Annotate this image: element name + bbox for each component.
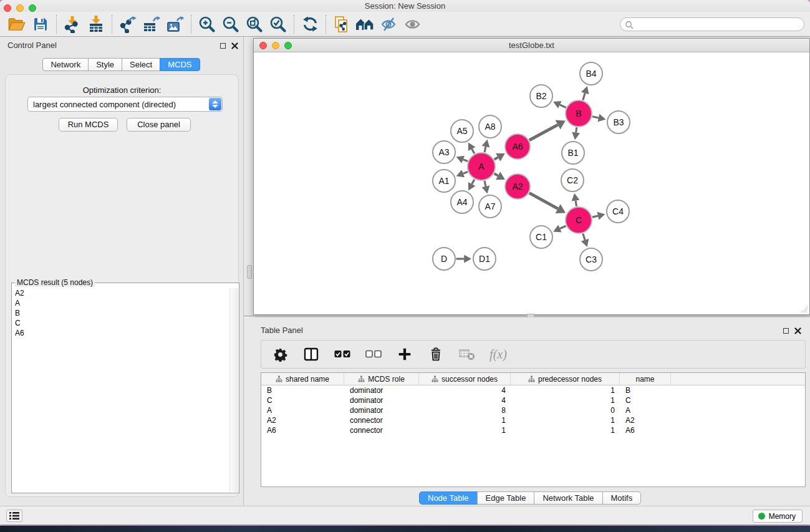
- zoom-in-button[interactable]: [195, 14, 219, 35]
- export-image-button[interactable]: [163, 14, 187, 35]
- add-column-button[interactable]: [396, 346, 413, 363]
- table-row[interactable]: Bdominator41B: [261, 385, 805, 395]
- eye-button[interactable]: [401, 14, 425, 35]
- column-header-predecessor-nodes[interactable]: predecessor nodes: [511, 373, 620, 385]
- resize-grip-icon[interactable]: [800, 305, 808, 313]
- zoom-selected-button[interactable]: [266, 14, 290, 35]
- graph-node-C2[interactable]: C2: [561, 169, 584, 191]
- graph-edge[interactable]: [463, 160, 468, 162]
- network-graph[interactable]: B4B2BB3A8A5A6A3B1AC2A1A2A4A7C4CC1DD1C3: [254, 52, 809, 314]
- graph-node-B2[interactable]: B2: [530, 85, 552, 107]
- gear-button[interactable]: [271, 346, 289, 363]
- home-panels-button[interactable]: [354, 14, 377, 35]
- graph-edge[interactable]: [560, 226, 566, 228]
- search-input[interactable]: [635, 19, 799, 30]
- tab-select[interactable]: Select: [122, 58, 160, 71]
- delete-column-button[interactable]: [427, 346, 445, 363]
- graph-node-A5[interactable]: A5: [451, 120, 473, 142]
- function-builder-button[interactable]: f(x): [489, 346, 507, 363]
- graph-edge[interactable]: [494, 157, 498, 159]
- table-row[interactable]: Adominator80A: [261, 405, 805, 415]
- delete-table-button[interactable]: [458, 346, 476, 363]
- mcds-result-item[interactable]: B: [12, 308, 229, 318]
- graph-edge[interactable]: [583, 233, 585, 239]
- run-mcds-button[interactable]: Run MCDS: [59, 118, 118, 132]
- graph-node-C4[interactable]: C4: [607, 200, 629, 223]
- graph-node-C3[interactable]: C3: [580, 248, 602, 271]
- column-header-shared-name[interactable]: shared name: [261, 373, 344, 385]
- graph-edge[interactable]: [560, 105, 566, 108]
- mcds-result-item[interactable]: A2: [12, 288, 229, 298]
- columns-button[interactable]: [302, 346, 320, 363]
- graph-edge[interactable]: [463, 172, 468, 173]
- tab-node-table[interactable]: Node Table: [419, 491, 478, 505]
- graph-node-A3[interactable]: A3: [433, 141, 455, 163]
- table-row[interactable]: A2connector11A2: [261, 415, 805, 425]
- graph-edge[interactable]: [576, 200, 576, 206]
- tab-edge-table[interactable]: Edge Table: [477, 491, 535, 505]
- graph-edge[interactable]: [494, 173, 498, 175]
- close-panel-icon[interactable]: [231, 42, 238, 49]
- table-row[interactable]: A6connector11A6: [261, 425, 805, 435]
- graph-node-A6[interactable]: A6: [505, 134, 530, 159]
- graph-node-B4[interactable]: B4: [580, 62, 602, 85]
- column-header-name[interactable]: name: [620, 373, 671, 385]
- graph-node-B[interactable]: B: [566, 100, 592, 127]
- import-network-button[interactable]: [60, 14, 84, 35]
- task-history-button[interactable]: [6, 510, 22, 522]
- float-table-panel-icon[interactable]: [783, 328, 789, 334]
- select-all-button[interactable]: [334, 346, 351, 363]
- mcds-result-item[interactable]: A: [12, 298, 229, 308]
- tab-network-table[interactable]: Network Table: [534, 491, 602, 505]
- column-header-mcds-role[interactable]: MCDS role: [344, 373, 419, 385]
- mcds-result-item[interactable]: A6: [12, 328, 229, 338]
- graph-node-A4[interactable]: A4: [451, 191, 473, 213]
- save-session-button[interactable]: [29, 14, 52, 35]
- tab-style[interactable]: Style: [88, 58, 122, 71]
- clone-network-button[interactable]: [330, 14, 354, 35]
- eye-slash-button[interactable]: [377, 14, 401, 35]
- close-panel-button[interactable]: Close panel: [127, 118, 191, 132]
- graph-node-C1[interactable]: C1: [530, 226, 552, 248]
- graph-node-B1[interactable]: B1: [562, 142, 584, 164]
- graph-edge[interactable]: [576, 127, 577, 132]
- mcds-result-item[interactable]: C: [12, 318, 229, 328]
- graph-node-C[interactable]: C: [566, 207, 592, 233]
- table-row[interactable]: Cdominator41C: [261, 395, 805, 405]
- float-panel-icon[interactable]: [220, 43, 226, 49]
- graph-node-A[interactable]: A: [468, 153, 495, 180]
- export-table-button[interactable]: [140, 14, 163, 35]
- graph-edge[interactable]: [529, 193, 558, 208]
- graph-node-B3[interactable]: B3: [607, 111, 630, 133]
- graph-edge[interactable]: [472, 149, 475, 154]
- deselect-all-button[interactable]: [365, 346, 382, 363]
- mcds-result-scrollbar[interactable]: [229, 288, 238, 492]
- export-network-button[interactable]: [116, 14, 140, 35]
- close-table-panel-icon[interactable]: [794, 327, 801, 334]
- graph-edge[interactable]: [583, 93, 585, 100]
- import-table-button[interactable]: [84, 14, 108, 35]
- graph-edge[interactable]: [592, 117, 599, 118]
- tab-motifs[interactable]: Motifs: [602, 491, 642, 505]
- refresh-button[interactable]: [298, 14, 322, 35]
- graph-node-A8[interactable]: A8: [479, 115, 501, 138]
- graph-edge[interactable]: [472, 180, 475, 185]
- graph-node-A2[interactable]: A2: [505, 174, 530, 199]
- graph-edge[interactable]: [592, 216, 598, 217]
- graph-node-D[interactable]: D: [433, 248, 455, 270]
- search-field[interactable]: [620, 17, 804, 31]
- tab-network[interactable]: Network: [42, 58, 89, 71]
- zoom-fit-button[interactable]: [243, 14, 266, 35]
- vertical-splitter-handle[interactable]: [247, 265, 252, 279]
- optimization-criterion-select[interactable]: largest connected component (directed): [27, 97, 223, 112]
- graph-node-A1[interactable]: A1: [433, 170, 455, 192]
- graph-node-A7[interactable]: A7: [479, 195, 501, 218]
- open-session-button[interactable]: [5, 14, 29, 35]
- graph-edge[interactable]: [485, 181, 486, 186]
- zoom-out-button[interactable]: [219, 14, 243, 35]
- graph-edge[interactable]: [485, 147, 486, 152]
- graph-node-D1[interactable]: D1: [473, 248, 496, 270]
- tab-mcds[interactable]: MCDS: [160, 58, 200, 71]
- column-header-successor-nodes[interactable]: successor nodes: [419, 373, 511, 385]
- memory-button[interactable]: Memory: [753, 510, 803, 523]
